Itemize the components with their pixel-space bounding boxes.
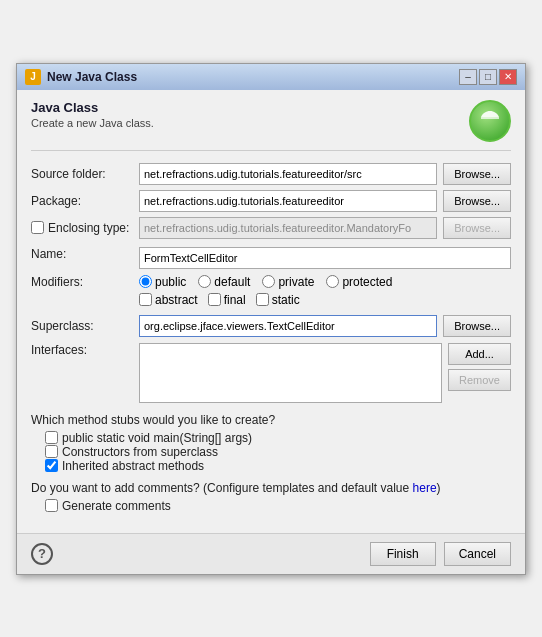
modifiers-empty-left [31,291,131,307]
dialog-window: J New Java Class – □ ✕ Java Class Create… [16,63,526,575]
interfaces-remove-button[interactable]: Remove [448,369,511,391]
modifier-final-checkbox[interactable] [208,293,221,306]
source-folder-browse-button[interactable]: Browse... [443,163,511,185]
modifier-public-radio[interactable] [139,275,152,288]
stub-main-checkbox[interactable] [45,431,58,444]
modifiers-checkboxes: abstract final static [139,293,511,307]
name-input[interactable] [139,247,511,269]
source-folder-label: Source folder: [31,167,131,181]
comments-configure-link[interactable]: here [413,481,437,495]
modifier-private-radio[interactable] [262,275,275,288]
comments-question-text: Do you want to add comments? (Configure … [31,481,409,495]
stub-constructors-checkbox[interactable] [45,445,58,458]
modifier-static-label: static [256,293,300,307]
header-title: Java Class [31,100,154,115]
footer: ? Finish Cancel [17,533,525,574]
stub-constructors-label: Constructors from superclass [62,445,218,459]
stub-constructors-row: Constructors from superclass [45,445,511,459]
source-folder-input-group: Browse... [139,163,511,185]
modifier-public-label: public [139,275,186,289]
modifier-protected-label: protected [326,275,392,289]
interfaces-list [139,343,442,403]
package-input[interactable] [139,190,437,212]
superclass-browse-button[interactable]: Browse... [443,315,511,337]
superclass-label: Superclass: [31,319,131,333]
stub-inherited-label: Inherited abstract methods [62,459,204,473]
finish-button[interactable]: Finish [370,542,436,566]
modifier-public-text: public [155,275,186,289]
stub-main-label: public static void main(String[] args) [62,431,252,445]
interfaces-label: Interfaces: [31,343,131,357]
stubs-section: Which method stubs would you like to cre… [31,413,511,473]
enclosing-type-label: Enclosing type: [48,221,129,235]
modifier-static-text: static [272,293,300,307]
header-text: Java Class Create a new Java class. [31,100,154,129]
modifier-default-label: default [198,275,250,289]
modifier-final-text: final [224,293,246,307]
eclipse-logo [469,100,511,142]
modifier-protected-radio[interactable] [326,275,339,288]
enclosing-type-input [139,217,437,239]
java-class-icon: J [25,69,41,85]
stub-main-row: public static void main(String[] args) [45,431,511,445]
interfaces-section: Interfaces: Add... Remove [31,343,511,403]
modifier-private-label: private [262,275,314,289]
comments-section: Do you want to add comments? (Configure … [31,481,511,513]
title-text: New Java Class [47,70,137,84]
eclipse-logo-svg [478,109,502,133]
generate-comments-text: Generate comments [62,499,171,513]
title-controls: – □ ✕ [459,69,517,85]
interfaces-right: Add... Remove [139,343,511,403]
comments-option-row: Generate comments [45,499,511,513]
modifiers-label: Modifiers: [31,275,131,289]
modifier-abstract-checkbox[interactable] [139,293,152,306]
modifier-protected-text: protected [342,275,392,289]
minimize-button[interactable]: – [459,69,477,85]
header-subtitle: Create a new Java class. [31,117,154,129]
title-bar: J New Java Class – □ ✕ [17,64,525,90]
dialog-content: Java Class Create a new Java class. Sour… [17,90,525,533]
comments-question: Do you want to add comments? (Configure … [31,481,511,495]
interfaces-buttons: Add... Remove [448,343,511,391]
enclosing-type-input-group: Browse... [139,217,511,239]
modifiers-section: Modifiers: public default private protec… [31,275,511,307]
modifier-default-radio[interactable] [198,275,211,288]
superclass-input-group: Browse... [139,315,511,337]
cancel-button[interactable]: Cancel [444,542,511,566]
generate-comments-label: Generate comments [45,499,511,513]
stubs-question: Which method stubs would you like to cre… [31,413,511,427]
generate-comments-checkbox[interactable] [45,499,58,512]
name-label: Name: [31,247,131,261]
name-section: Name: [31,247,511,269]
stub-inherited-row: Inherited abstract methods [45,459,511,473]
stubs-options: public static void main(String[] args) C… [45,431,511,473]
enclosing-type-checkbox[interactable] [31,221,44,234]
interfaces-add-button[interactable]: Add... [448,343,511,365]
modifier-default-text: default [214,275,250,289]
title-bar-left: J New Java Class [25,69,137,85]
modifier-static-checkbox[interactable] [256,293,269,306]
close-button[interactable]: ✕ [499,69,517,85]
help-button[interactable]: ? [31,543,53,565]
header-section: Java Class Create a new Java class. [31,100,511,151]
enclosing-type-label-cell: Enclosing type: [31,221,131,235]
package-input-group: Browse... [139,190,511,212]
enclosing-type-browse-button[interactable]: Browse... [443,217,511,239]
source-folder-row: Source folder: Browse... Package: Browse… [31,163,511,239]
modifier-abstract-label: abstract [139,293,198,307]
modifier-private-text: private [278,275,314,289]
modifier-final-label: final [208,293,246,307]
modifiers-radio-group: public default private protected [139,275,511,289]
source-folder-input[interactable] [139,163,437,185]
package-browse-button[interactable]: Browse... [443,190,511,212]
maximize-button[interactable]: □ [479,69,497,85]
stub-inherited-checkbox[interactable] [45,459,58,472]
superclass-input[interactable] [139,315,437,337]
superclass-section: Superclass: Browse... [31,315,511,337]
package-label: Package: [31,194,131,208]
modifier-abstract-text: abstract [155,293,198,307]
